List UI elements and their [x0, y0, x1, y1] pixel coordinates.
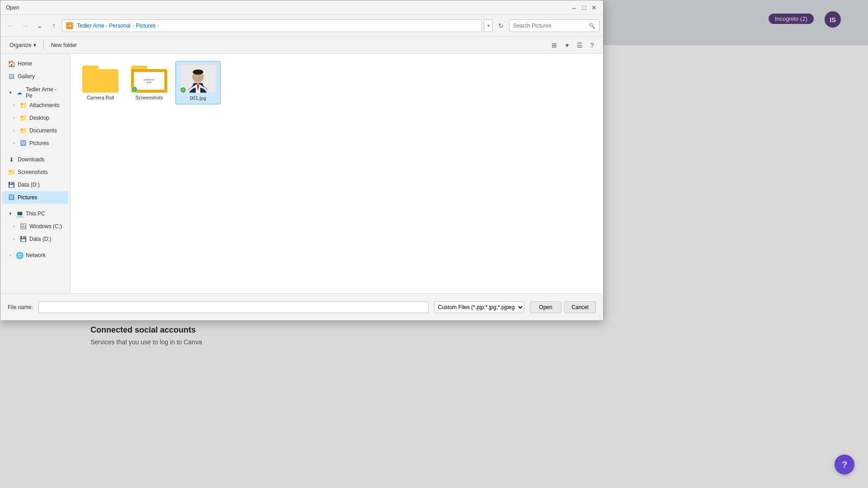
- 001jpg-label: 001.jpg: [190, 95, 206, 101]
- address-breadcrumb[interactable]: 🏠 Tedler Arne - Personal › Pictures ›: [62, 19, 482, 32]
- search-icon: 🔍: [589, 23, 595, 29]
- sidebar-divider-3: [0, 204, 70, 207]
- help-info-button[interactable]: ?: [587, 40, 598, 51]
- dialog-action-buttons: Open Cancel: [530, 301, 596, 313]
- windows-c-icon: 🪟: [19, 223, 27, 230]
- attachments-folder-icon: 📁: [19, 102, 27, 109]
- sidebar-label-network: Network: [26, 252, 46, 258]
- pictures-tree-expand-icon: ›: [11, 141, 17, 146]
- this-pc-expand-icon: ▼: [8, 211, 13, 216]
- sidebar-item-desktop[interactable]: › 📁 Desktop: [2, 112, 68, 124]
- sidebar-item-screenshots[interactable]: 📁 Screenshots: [2, 166, 68, 178]
- forward-button[interactable]: →: [19, 19, 31, 32]
- sidebar-item-documents[interactable]: › 📁 Documents: [2, 124, 68, 137]
- organize-label: Organize: [9, 42, 32, 48]
- maximize-button[interactable]: □: [580, 4, 588, 11]
- organize-button[interactable]: Organize ▾: [6, 39, 40, 51]
- titlebar-controls: – □ ✕: [571, 4, 598, 11]
- desktop-expand-icon: ›: [11, 115, 17, 121]
- tedler-expand-icon: ▼: [8, 90, 13, 95]
- home-icon: 🏠: [8, 60, 15, 67]
- breadcrumb-part-2[interactable]: Pictures: [136, 23, 156, 29]
- file-area[interactable]: Camera Roll jollybeanjobs ✓ Screenshots: [71, 54, 603, 293]
- sidebar-label-home: Home: [18, 61, 32, 67]
- filetype-select[interactable]: Custom Files (*.pjp;*.jpg;*.pjpeg All Fi…: [434, 301, 524, 313]
- screenshots-badge: ✓: [131, 86, 137, 93]
- camera-roll-label: Camera Roll: [86, 94, 114, 101]
- view-dropdown-button[interactable]: ▾: [561, 40, 572, 51]
- sidebar-label-tedler: Tedler Arne - Pe: [26, 86, 65, 99]
- breadcrumb-sep-1: ›: [132, 23, 134, 29]
- breadcrumb-home-icon: 🏠: [66, 22, 73, 29]
- resize-handle[interactable]: ⋮: [598, 315, 603, 320]
- sidebar-label-pictures-selected: Pictures: [18, 194, 37, 201]
- search-input[interactable]: [513, 23, 587, 29]
- thumb-text: jollybeanjobs: [144, 78, 155, 84]
- back-button[interactable]: ←: [4, 19, 17, 32]
- desktop-folder-icon: 📁: [19, 114, 27, 122]
- sidebar-label-data-d2: Data (D:): [29, 236, 52, 242]
- screenshots-icon-wrap: jollybeanjobs ✓: [131, 64, 167, 93]
- minimize-button[interactable]: –: [571, 4, 578, 11]
- dialog-title: Open: [6, 5, 19, 11]
- 001jpg-badge: ✓: [180, 87, 186, 93]
- sidebar-label-gallery: Gallery: [18, 73, 35, 80]
- sidebar-divider-1: [0, 83, 70, 86]
- folder-body: [82, 69, 118, 93]
- sidebar-label-windows-c: Windows (C:): [29, 223, 62, 230]
- dialog-toolbar: Organize ▾ New folder ⊞ ▾ ☰ ?: [0, 37, 603, 54]
- screenshots-sidebar-icon: 📁: [8, 169, 15, 176]
- dialog-bottom: File name: Custom Files (*.pjp;*.jpg;*.p…: [0, 293, 603, 320]
- file-item-001jpg[interactable]: ✓ 001.jpg: [175, 61, 221, 104]
- sidebar-item-tedler[interactable]: ▼ ☁ Tedler Arne - Pe: [2, 86, 68, 99]
- documents-expand-icon: ›: [11, 128, 17, 133]
- 001jpg-icon-wrap: ✓: [180, 64, 216, 93]
- filename-label: File name:: [8, 304, 33, 310]
- address-dropdown[interactable]: ▾: [484, 19, 493, 32]
- open-dialog: Open – □ ✕ ← → ⌄ ↑ 🏠 Tedler Arne - Perso…: [0, 0, 604, 321]
- file-item-camera-roll[interactable]: Camera Roll: [78, 61, 123, 104]
- sidebar-item-gallery[interactable]: 🖼 Gallery: [2, 70, 68, 83]
- sidebar-item-data-d2[interactable]: › 💾 Data (D:): [2, 233, 68, 245]
- camera-roll-folder-icon: [82, 64, 118, 93]
- pictures-tree-icon: 🖼: [19, 140, 27, 147]
- up-button[interactable]: ↑: [47, 19, 60, 32]
- refresh-button[interactable]: ↻: [495, 19, 507, 32]
- windows-c-expand-icon: ›: [11, 224, 17, 229]
- organize-arrow: ▾: [33, 42, 36, 48]
- new-folder-button[interactable]: New folder: [47, 39, 80, 51]
- sidebar-item-pictures-tree[interactable]: › 🖼 Pictures: [2, 137, 68, 150]
- breadcrumb-part-1[interactable]: Tedler Arne - Personal: [77, 23, 131, 29]
- recent-dropdown-button[interactable]: ⌄: [33, 19, 46, 32]
- close-button[interactable]: ✕: [590, 4, 598, 11]
- data-d-icon: 💾: [8, 181, 15, 188]
- sidebar-item-this-pc[interactable]: ▼ 💻 This PC: [2, 207, 68, 220]
- view-grid-button[interactable]: ⊞: [549, 40, 560, 51]
- sidebar-label-this-pc: This PC: [26, 211, 45, 217]
- sidebar-item-data-d[interactable]: 💾 Data (D:): [2, 178, 68, 191]
- sidebar-item-home[interactable]: 🏠 Home: [2, 57, 68, 70]
- open-button[interactable]: Open: [530, 301, 561, 313]
- svg-point-8: [194, 77, 202, 80]
- sidebar-item-windows-c[interactable]: › 🪟 Windows (C:): [2, 220, 68, 233]
- breadcrumb-sep-2: ›: [157, 23, 159, 29]
- sidebar-item-attachments[interactable]: › 📁 Attachments: [2, 99, 68, 112]
- search-box[interactable]: 🔍: [509, 19, 599, 32]
- sidebar-item-network[interactable]: › 🌐 Network: [2, 249, 68, 262]
- filename-input[interactable]: [38, 301, 429, 313]
- folder-thumb: jollybeanjobs: [134, 72, 165, 90]
- cancel-button[interactable]: Cancel: [564, 301, 596, 313]
- network-icon: 🌐: [16, 252, 23, 259]
- onedrive-icon: ☁: [16, 89, 23, 96]
- data-d2-icon: 💾: [19, 235, 27, 243]
- view-details-button[interactable]: ☰: [574, 40, 585, 51]
- dialog-titlebar: Open – □ ✕: [0, 0, 603, 15]
- sidebar-label-documents: Documents: [29, 127, 57, 134]
- screenshots-folder-label: Screenshots: [135, 94, 163, 101]
- sidebar-item-pictures-selected[interactable]: 🖼 Pictures: [2, 191, 68, 204]
- documents-folder-icon: 📁: [19, 127, 27, 134]
- file-item-screenshots-folder[interactable]: jollybeanjobs ✓ Screenshots: [127, 61, 172, 104]
- data-d2-expand-icon: ›: [11, 236, 17, 242]
- camera-roll-icon-wrap: [82, 64, 118, 93]
- sidebar-item-downloads[interactable]: ⬇ Downloads: [2, 153, 68, 166]
